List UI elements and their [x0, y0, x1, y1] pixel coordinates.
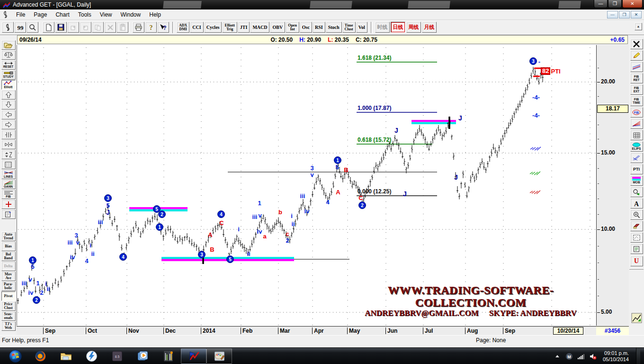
minimize-button[interactable]: —: [594, 0, 608, 8]
study-time-clust[interactable]: Time Clust: [342, 22, 356, 33]
study-stoch[interactable]: Stoch: [326, 22, 342, 33]
study-button[interactable]: STUDY: [1, 70, 16, 80]
menu-chart[interactable]: Chart: [51, 10, 73, 19]
taskbar-daemon-tools[interactable]: [79, 348, 104, 364]
bar-spacing-button[interactable]: [1, 140, 16, 149]
fib-button[interactable]: FIB: [1, 190, 16, 199]
text-tool-button[interactable]: A: [630, 198, 643, 209]
reset-button[interactable]: RESET: [1, 60, 16, 70]
study-rsi[interactable]: RSI: [313, 22, 325, 33]
magnet-button[interactable]: U: [630, 256, 643, 266]
save-page-button[interactable]: [55, 22, 67, 33]
toolbar-overflow-button[interactable]: ▲: [635, 23, 642, 30]
tray-network[interactable]: [577, 353, 585, 360]
study-adx-dmi[interactable]: ADX DMI: [177, 22, 189, 33]
pitchfork-button[interactable]: [630, 153, 643, 163]
time-axis[interactable]: SepOctNovDec2014FebMarAprMayJunJulAugSep…: [17, 326, 596, 335]
study-elliott-trig[interactable]: Elliott Trig: [222, 22, 237, 33]
study-shortcut-tjsweb[interactable]: TJ's Web: [1, 321, 16, 331]
symbol-weight-button[interactable]: [1, 50, 16, 60]
compress-bars-button[interactable]: [1, 130, 16, 139]
mob-button[interactable]: MOB: [630, 175, 643, 186]
study-shortcut-movave[interactable]: Mov Ave: [1, 272, 16, 281]
menu-file[interactable]: File: [12, 10, 29, 19]
pencil-button[interactable]: [630, 50, 643, 61]
find-button[interactable]: [27, 22, 38, 33]
gann-button[interactable]: GANN: [1, 180, 16, 189]
fib-retracement-button[interactable]: FIB RET: [630, 73, 643, 83]
timeframe-button[interactable]: 月线: [422, 22, 437, 33]
help-button[interactable]: ?: [145, 22, 157, 33]
menu-window[interactable]: Window: [116, 10, 145, 19]
taskbar-volume-mixer[interactable]: [155, 348, 181, 364]
tray-volume-muted[interactable]: [589, 353, 597, 360]
study-vol[interactable]: Vol: [356, 22, 367, 33]
new-page-button[interactable]: [43, 22, 54, 33]
delete-drawing-button[interactable]: [630, 39, 643, 49]
show-desktop-button[interactable]: [636, 348, 640, 364]
study-grid-button[interactable]: [630, 232, 643, 243]
study-open-int[interactable]: Open Int: [286, 22, 299, 33]
mdi-restore-button[interactable]: ❐: [619, 11, 630, 18]
price-axis[interactable]: 20.0015.0010.005.0018.17: [596, 45, 629, 326]
price-chart[interactable]: 12345213541235iiiv1iiv2ii3iiiviviii4iii5…: [17, 45, 596, 326]
study-shortcut-parabolic[interactable]: Para- bolic: [1, 282, 16, 291]
bar-scaling-button[interactable]: [1, 150, 16, 159]
grid-toggle-button[interactable]: [1, 160, 16, 169]
scroll-up-button[interactable]: [1, 90, 16, 100]
tray-hidden-icons[interactable]: [554, 353, 561, 360]
tray-malwarebytes[interactable]: M: [565, 353, 573, 360]
taskbar-advanced-get[interactable]: [181, 348, 206, 364]
menu-tools[interactable]: Tools: [74, 10, 96, 19]
menu-page[interactable]: Page: [29, 10, 51, 19]
snapshot-button[interactable]: [630, 187, 643, 197]
menu-view[interactable]: View: [96, 10, 116, 19]
mdi-close-button[interactable]: ✕: [631, 11, 642, 18]
scroll-right-button[interactable]: [1, 120, 16, 129]
print-button[interactable]: [133, 22, 144, 33]
fib-circle-button[interactable]: FIB: [630, 107, 643, 118]
study-cycles[interactable]: Cycles: [204, 22, 222, 33]
grid-tool-button[interactable]: [630, 130, 643, 140]
lines-button[interactable]: LINES: [1, 170, 16, 179]
eraser-button[interactable]: [630, 221, 643, 231]
scroll-left-button[interactable]: [1, 110, 16, 119]
study-shortcut-priceclust[interactable]: Price Clust: [1, 301, 16, 311]
study-shortcut-bias[interactable]: Bias: [1, 242, 16, 251]
taskbar-windows-media-player[interactable]: [130, 348, 155, 364]
taskbar-firefox[interactable]: [27, 348, 53, 364]
scroll-down-button[interactable]: [1, 100, 16, 109]
taskbar-windows-explorer[interactable]: [53, 348, 79, 364]
timeframe-button[interactable]: 周线: [406, 22, 421, 33]
gann-fan-button[interactable]: [630, 118, 643, 129]
taskbar-paint[interactable]: [206, 348, 232, 364]
context-help-button[interactable]: ?: [157, 22, 169, 33]
open-chart-button[interactable]: [1, 40, 16, 50]
study-jti[interactable]: JTI: [238, 22, 250, 33]
notes-button[interactable]: [630, 244, 643, 254]
study-shortcut-autotrend[interactable]: Auto Trend: [1, 232, 16, 241]
timeframe-button[interactable]: 日线: [391, 22, 405, 33]
elliott-button[interactable]: Elliott: [1, 80, 16, 90]
mdi-minimize-button[interactable]: —: [607, 11, 618, 18]
taskbar-photoshop-85[interactable]: 8.5: [104, 348, 130, 364]
start-button[interactable]: [3, 348, 27, 364]
study-macd[interactable]: MACD: [250, 22, 269, 33]
study-shortcut-pivot[interactable]: Pivot: [1, 291, 16, 301]
study-shortcut-seasonals[interactable]: Seas- onals: [1, 311, 16, 321]
quote-button[interactable]: 99: [14, 22, 26, 33]
chart-settings-button[interactable]: [1, 209, 16, 219]
fib-extension-button[interactable]: FIB EXT: [630, 84, 643, 95]
crosshair-button[interactable]: [1, 200, 16, 209]
menu-help[interactable]: Help: [145, 10, 165, 19]
regression-trend-button[interactable]: [630, 62, 643, 72]
ellipse-button[interactable]: ELIPS: [630, 141, 643, 152]
close-button[interactable]: ✕: [622, 0, 643, 8]
study-osc[interactable]: Osc: [300, 22, 312, 33]
study-cci[interactable]: CCI: [190, 22, 203, 33]
pti-button[interactable]: PTI: [630, 164, 643, 174]
fib-time-button[interactable]: FIB TIME: [630, 96, 643, 106]
study-obv[interactable]: OBV: [270, 22, 285, 33]
zoom-in-button[interactable]: [630, 209, 643, 220]
study-shortcut-bolband[interactable]: Bol Band: [1, 252, 16, 261]
